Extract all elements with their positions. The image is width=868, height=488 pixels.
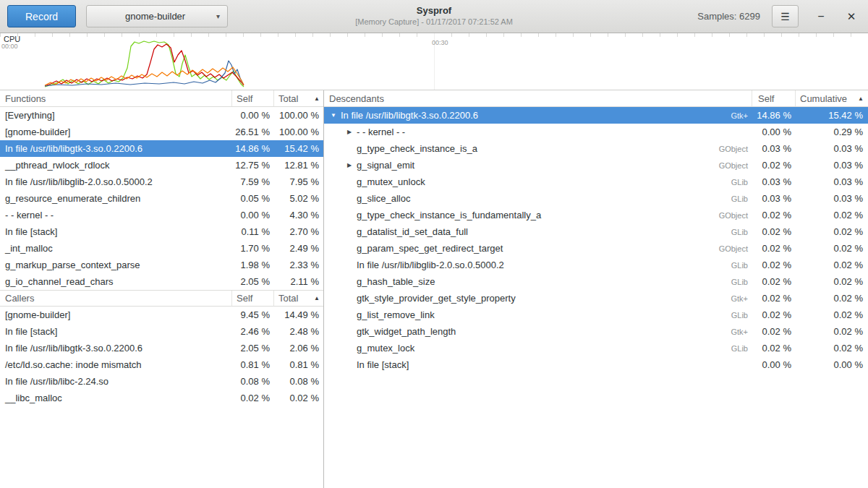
descendant-name: In file /usr/lib/libglib-2.0.so.0.5000.2 <box>354 260 694 270</box>
sort-indicator-icon: ▲ <box>314 295 320 301</box>
caller-row[interactable]: __libc_malloc 0.02 % 0.02 % <box>0 390 323 406</box>
descendant-row[interactable]: ▶ g_signal_emit GObject 0.02 % 0.03 % <box>324 157 868 174</box>
function-name: g_resource_enumerate_children <box>0 193 232 204</box>
caller-row[interactable]: /etc/ld.so.cache: inode mismatch 0.81 % … <box>0 356 323 373</box>
hamburger-icon: ☰ <box>780 11 790 22</box>
descendant-name: g_hash_table_size <box>354 276 694 287</box>
library-category-label: GObject <box>694 145 752 153</box>
descendant-cumulative-percent: 0.02 % <box>796 309 868 320</box>
column-header-total-label: Total <box>278 93 298 104</box>
expander-icon[interactable]: ▼ <box>328 112 339 119</box>
function-name: In file /usr/lib/libgtk-3.so.0.2200.6 <box>0 143 232 154</box>
descendants-table-header: Descendants Self Cumulative ▲ <box>324 90 868 107</box>
samples-count: Samples: 6299 <box>697 11 760 22</box>
target-dropdown[interactable]: gnome-builder ▾ <box>86 5 228 27</box>
column-header-total-label: Total <box>278 293 298 304</box>
function-total-percent: 5.02 % <box>274 193 323 204</box>
descendant-row[interactable]: In file /usr/lib/libglib-2.0.so.0.5000.2… <box>324 257 868 273</box>
descendant-row[interactable]: g_type_check_instance_is_fundamentally_a… <box>324 207 868 223</box>
descendant-self-percent: 0.02 % <box>752 210 796 221</box>
caller-row[interactable]: In file /usr/lib/libgtk-3.so.0.2200.6 2.… <box>0 340 323 356</box>
time-label-start: 00:00 <box>1 43 18 50</box>
column-header-total[interactable]: Total ▲ <box>274 291 323 306</box>
descendant-row[interactable]: g_slice_alloc GLib 0.03 % 0.03 % <box>324 190 868 207</box>
function-row[interactable]: g_resource_enumerate_children 0.05 % 5.0… <box>0 190 323 207</box>
function-row[interactable]: - - kernel - - 0.00 % 4.30 % <box>0 207 323 223</box>
column-header-self[interactable]: Self <box>752 90 796 106</box>
descendant-row[interactable]: g_hash_table_size GLib 0.02 % 0.02 % <box>324 273 868 290</box>
library-category-label: GLib <box>694 278 752 286</box>
descendant-row[interactable]: ▶ - - kernel - - 0.00 % 0.29 % <box>324 124 868 140</box>
close-icon: ✕ <box>847 10 856 22</box>
function-row[interactable]: In file [stack] 0.11 % 2.70 % <box>0 223 323 240</box>
library-category-label: GLib <box>694 194 752 203</box>
function-total-percent: 100.00 % <box>274 127 323 137</box>
descendant-row[interactable]: g_type_check_instance_is_a GObject 0.03 … <box>324 140 868 157</box>
function-row[interactable]: g_markup_parse_context_parse 1.98 % 2.33… <box>0 257 323 273</box>
column-header-self[interactable]: Self <box>232 291 274 306</box>
column-header-callers[interactable]: Callers <box>0 291 232 306</box>
descendant-row[interactable]: g_mutex_lock GLib 0.02 % 0.02 % <box>324 340 868 356</box>
function-self-percent: 0.11 % <box>232 226 274 237</box>
descendant-row[interactable]: g_param_spec_get_redirect_target GObject… <box>324 240 868 257</box>
descendant-self-percent: 0.02 % <box>752 276 796 287</box>
descendant-cumulative-percent: 0.02 % <box>796 260 868 270</box>
caller-row[interactable]: In file [stack] 2.46 % 2.48 % <box>0 323 323 340</box>
function-name: g_markup_parse_context_parse <box>0 260 232 270</box>
column-header-cumulative[interactable]: Cumulative ▲ <box>796 90 868 106</box>
descendant-row[interactable]: g_mutex_unlock GLib 0.03 % 0.03 % <box>324 174 868 190</box>
descendant-name: g_signal_emit <box>354 160 694 171</box>
caller-name: In file /usr/lib/libgtk-3.so.0.2200.6 <box>0 343 232 354</box>
column-header-cumulative-label: Cumulative <box>800 93 847 104</box>
column-header-self[interactable]: Self <box>232 90 274 106</box>
descendant-row[interactable]: g_list_remove_link GLib 0.02 % 0.02 % <box>324 307 868 323</box>
descendant-row[interactable]: gtk_widget_path_length Gtk+ 0.02 % 0.02 … <box>324 323 868 340</box>
library-category-label: GLib <box>694 261 752 270</box>
descendant-name: - - kernel - - <box>354 127 694 137</box>
function-row[interactable]: __pthread_rwlock_rdlock 12.75 % 12.81 % <box>0 157 323 174</box>
descendant-row[interactable]: In file [stack] 0.00 % 0.00 % <box>324 356 868 373</box>
descendant-cumulative-percent: 0.02 % <box>796 343 868 354</box>
caller-row[interactable]: In file /usr/lib/libc-2.24.so 0.08 % 0.0… <box>0 373 323 390</box>
function-row[interactable]: _int_malloc 1.70 % 2.49 % <box>0 240 323 257</box>
column-header-total[interactable]: Total ▲ <box>274 90 323 106</box>
caller-name: In file /usr/lib/libc-2.24.so <box>0 376 232 387</box>
close-button[interactable]: ✕ <box>842 6 861 27</box>
descendant-name: In file /usr/lib/libgtk-3.so.0.2200.6 <box>339 110 694 121</box>
function-name: [gnome-builder] <box>0 127 232 137</box>
library-category-label: Gtk+ <box>694 328 752 336</box>
caller-self-percent: 9.45 % <box>232 309 274 320</box>
record-button[interactable]: Record <box>7 5 76 27</box>
target-dropdown-label: gnome-builder <box>94 11 216 22</box>
function-self-percent: 14.86 % <box>232 143 274 154</box>
minimize-button[interactable]: − <box>812 6 830 27</box>
function-row[interactable]: In file /usr/lib/libglib-2.0.so.0.5000.2… <box>0 174 323 190</box>
library-category-label: GLib <box>694 311 752 320</box>
sysprof-window: Record gnome-builder ▾ Sysprof [Memory C… <box>0 0 868 488</box>
sort-indicator-icon: ▲ <box>858 95 864 102</box>
function-row[interactable]: [gnome-builder] 26.51 % 100.00 % <box>0 124 323 140</box>
descendant-row[interactable]: ▼ In file /usr/lib/libgtk-3.so.0.2200.6 … <box>324 107 868 124</box>
column-header-descendants[interactable]: Descendants <box>324 90 752 106</box>
descendant-cumulative-percent: 0.02 % <box>796 293 868 304</box>
descendant-row[interactable]: gtk_style_provider_get_style_property Gt… <box>324 290 868 307</box>
descendant-cumulative-percent: 0.03 % <box>796 143 868 154</box>
expander-icon[interactable]: ▶ <box>344 162 354 168</box>
menu-button[interactable]: ☰ <box>772 5 799 27</box>
sort-indicator-icon: ▲ <box>314 95 320 102</box>
caller-row[interactable]: [gnome-builder] 9.45 % 14.49 % <box>0 307 323 323</box>
function-row[interactable]: In file /usr/lib/libgtk-3.so.0.2200.6 14… <box>0 140 323 157</box>
function-row[interactable]: [Everything] 0.00 % 100.00 % <box>0 107 323 124</box>
descendant-name: g_mutex_lock <box>354 343 694 354</box>
caller-total-percent: 14.49 % <box>274 309 323 320</box>
column-header-functions[interactable]: Functions <box>0 90 232 106</box>
title-box: Sysprof [Memory Capture] - 01/17/2017 07… <box>355 5 513 26</box>
expander-icon[interactable]: ▶ <box>344 129 354 135</box>
window-subtitle: [Memory Capture] - 01/17/2017 07:21:52 A… <box>355 17 513 26</box>
cpu-graph[interactable]: CPU 00:00 00:30 <box>0 33 868 90</box>
caller-name: __libc_malloc <box>0 393 232 403</box>
library-category-label: GObject <box>694 161 752 170</box>
header-right: Samples: 6299 ☰ − ✕ <box>697 5 861 27</box>
function-row[interactable]: g_io_channel_read_chars 2.05 % 2.11 % <box>0 273 323 290</box>
descendant-row[interactable]: g_datalist_id_set_data_full GLib 0.02 % … <box>324 223 868 240</box>
